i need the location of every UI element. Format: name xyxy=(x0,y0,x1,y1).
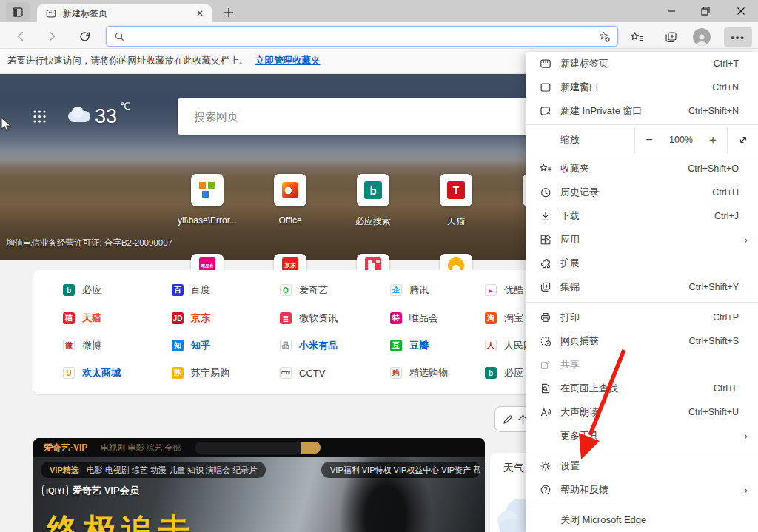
new-window-icon xyxy=(540,81,551,93)
quick-link[interactable]: 品 小米有品 xyxy=(280,340,338,351)
tab-actions-button[interactable] xyxy=(6,2,30,21)
favorites-button[interactable] xyxy=(626,28,647,46)
shortcut-tile[interactable] xyxy=(357,254,389,270)
menu-item[interactable]: 打印 Ctrl+P xyxy=(526,306,758,329)
site-icon: 苏 xyxy=(172,367,184,379)
quick-link[interactable]: 淘 淘宝 xyxy=(485,312,523,324)
close-icon xyxy=(737,7,745,16)
shortcut-tile[interactable]: 京东 xyxy=(274,254,306,270)
ad-category-pill: VIP精选 电影 电视剧 综艺 动漫 儿童 知识 演唱会 纪录片 xyxy=(41,462,266,478)
hero-search-box[interactable] xyxy=(178,98,585,135)
menu-item[interactable]: 应用 › xyxy=(526,228,758,252)
title-bar: 新建标签页 ✕ xyxy=(0,0,758,22)
quick-link[interactable]: 购 精选购物 xyxy=(390,367,448,379)
site-icon: ≣ xyxy=(280,312,292,324)
menu-item[interactable]: 集锦 Ctrl+Shift+Y xyxy=(526,275,758,299)
browser-more-menu: 新建标签页 Ctrl+T 新建窗口 Ctrl+N 新建 InPrivate 窗口… xyxy=(526,52,758,532)
license-text: 增值电信业务经营许可证: 合字B2-20090007 xyxy=(6,238,172,249)
fullscreen-button[interactable] xyxy=(727,127,758,153)
link-label: 苏宁易购 xyxy=(191,366,229,380)
window-close-button[interactable] xyxy=(724,0,758,22)
shortcut-tile[interactable]: Office xyxy=(274,174,306,206)
refresh-button[interactable] xyxy=(74,28,95,44)
menu-item[interactable]: 新建窗口 Ctrl+N xyxy=(526,75,758,99)
shortcut-tile[interactable]: yii\base\Error... xyxy=(191,174,224,206)
quick-link[interactable]: 豆 豆瓣 xyxy=(390,340,429,351)
quick-link[interactable]: b 必应 xyxy=(485,367,523,379)
window-minimize-button[interactable] xyxy=(654,0,688,22)
tab-close-icon[interactable]: ✕ xyxy=(194,7,206,19)
site-icon: 淘 xyxy=(485,312,497,324)
apps-icon xyxy=(540,234,551,246)
menu-item[interactable]: 新建 InPrivate 窗口 Ctrl+Shift+N xyxy=(526,99,758,123)
link-label: 爱奇艺 xyxy=(299,283,328,297)
menu-item[interactable]: 大声朗读 Ctrl+Shift+U xyxy=(526,400,758,424)
zoom-in-button[interactable]: ＋ xyxy=(699,132,727,148)
quick-link[interactable]: 知 知乎 xyxy=(172,340,210,351)
address-input[interactable] xyxy=(125,27,598,46)
weather-temperature[interactable]: 33℃ xyxy=(95,101,131,128)
tile-label: yii\base\Error... xyxy=(163,215,252,226)
collections-button[interactable] xyxy=(660,28,681,46)
quick-link[interactable]: 百 百度 xyxy=(172,284,210,296)
manage-favorites-link[interactable]: 立即管理收藏夹 xyxy=(255,55,321,67)
hero-search-input[interactable] xyxy=(178,110,585,123)
tile-label: 必应搜索 xyxy=(329,215,417,228)
menu-item[interactable]: 网页捕获 Ctrl+Shift+S xyxy=(526,329,758,353)
link-label: 淘宝 xyxy=(504,312,523,325)
quick-link[interactable]: Q 爱奇艺 xyxy=(280,284,328,296)
add-favorite-icon[interactable] xyxy=(598,30,611,43)
shortcut-tile[interactable]: 唯品会 xyxy=(191,254,224,270)
browser-tab[interactable]: 新建标签页 ✕ xyxy=(37,4,212,22)
shortcut-tile[interactable] xyxy=(440,254,472,270)
refresh-icon xyxy=(78,30,91,43)
shortcut-tile[interactable]: T 天猫 xyxy=(440,174,472,206)
quick-link[interactable]: 企 腾讯 xyxy=(390,284,429,296)
quick-link[interactable]: JD 京东 xyxy=(172,312,210,324)
menu-item[interactable]: 帮助和反馈 › xyxy=(526,478,758,502)
menu-item[interactable]: 共享 xyxy=(526,353,758,377)
restore-icon xyxy=(701,7,710,16)
quick-link[interactable]: b 必应 xyxy=(63,284,101,296)
forward-icon xyxy=(45,30,58,43)
site-icon: CCTV xyxy=(280,367,292,379)
menu-item[interactable]: 扩展 xyxy=(526,252,758,275)
quick-link[interactable]: 微 微博 xyxy=(63,340,101,351)
address-bar[interactable] xyxy=(106,26,618,47)
menu-item[interactable]: 在页面上查找 Ctrl+F xyxy=(526,377,758,400)
menu-item[interactable]: 更多工具 › xyxy=(526,424,758,448)
quick-link[interactable]: ▸ 优酷 xyxy=(485,284,523,296)
weather-card-title: 天气 xyxy=(503,462,524,475)
shortcut-hint: Ctrl+Shift+N xyxy=(688,106,739,116)
menu-item[interactable]: 新建标签页 Ctrl+T xyxy=(526,52,758,75)
web-capture-icon xyxy=(540,335,551,347)
link-label: 优酷 xyxy=(504,283,523,297)
quick-link[interactable]: U 欢太商城 xyxy=(63,367,121,379)
menu-item[interactable]: 历史记录 Ctrl+H xyxy=(526,181,758,204)
back-icon xyxy=(14,30,27,43)
quick-link[interactable]: 特 唯品会 xyxy=(390,312,438,324)
quick-link[interactable]: CCTV CCTV xyxy=(280,367,325,379)
menu-item[interactable]: 下载 Ctrl+J xyxy=(526,204,758,228)
more-menu-button[interactable]: ••• xyxy=(724,27,752,47)
menu-item[interactable]: 收藏夹 Ctrl+Shift+O xyxy=(526,157,758,181)
menu-item[interactable]: 设置 xyxy=(526,454,758,478)
print-icon xyxy=(540,312,551,323)
menu-item[interactable]: 关闭 Microsoft Edge xyxy=(526,508,758,532)
back-button[interactable] xyxy=(10,28,31,44)
quick-link[interactable]: 苏 苏宁易购 xyxy=(172,367,229,379)
iqiyi-ad-card[interactable]: 爱奇艺·VIP 电视剧 电影 综艺 全部 VIP精选 电影 电视剧 综艺 动漫 … xyxy=(33,438,485,532)
collections-icon xyxy=(664,30,678,44)
profile-avatar[interactable] xyxy=(693,28,711,46)
window-restore-button[interactable] xyxy=(688,0,722,22)
shortcut-hint: Ctrl+P xyxy=(713,312,739,323)
app-launcher-icon[interactable] xyxy=(33,110,47,127)
forward-button[interactable] xyxy=(41,28,62,44)
shortcut-tile[interactable]: b 必应搜索 xyxy=(357,174,389,206)
zoom-out-button[interactable]: − xyxy=(635,133,663,147)
quick-link[interactable]: 猫 天猫 xyxy=(63,312,101,324)
quick-link[interactable]: ≣ 微软资讯 xyxy=(280,312,338,324)
menu-separator xyxy=(526,505,758,505)
new-tab-button[interactable] xyxy=(219,4,238,21)
link-label: 唯品会 xyxy=(409,312,438,325)
